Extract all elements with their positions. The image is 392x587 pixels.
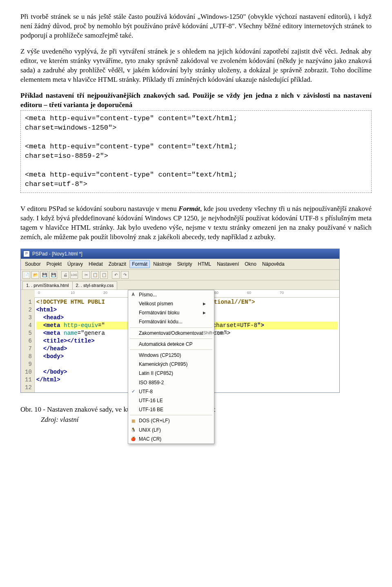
paragraph-2: Z výše uvedeného vyplývá, že při vytváře… <box>20 47 372 85</box>
tb-cut-icon[interactable]: ✂ <box>82 271 90 279</box>
dd-dos[interactable]: ▦DOS (CR+LF) <box>128 416 214 425</box>
code-example-box: <meta http-equiv="content-type" content=… <box>20 110 372 193</box>
submenu-arrow-icon: ▶ <box>203 310 206 315</box>
submenu-arrow-icon: ▶ <box>203 301 206 306</box>
l5c: name <box>64 330 78 336</box>
l5d: ="genera <box>78 330 105 336</box>
dd-velikost[interactable]: Velikost písmen▶ <box>128 299 214 308</box>
dd-autodetect[interactable]: Automatická detekce CP <box>128 340 214 349</box>
l6d: title <box>74 338 91 344</box>
menu-separator <box>130 338 212 339</box>
tb-redo-icon[interactable]: ↷ <box>121 271 129 279</box>
dd-cp895[interactable]: Kamenických (CP895) <box>128 360 214 369</box>
l10a: </ <box>43 369 50 375</box>
window-titlebar: P PSPad - [Novy1.html *] <box>21 249 339 259</box>
l6c: ></ <box>64 338 74 344</box>
dd-utf16be[interactable]: UTF-16 BE <box>128 405 214 414</box>
tb-print-icon[interactable]: 🖨 <box>61 271 69 279</box>
tb-new-icon[interactable]: 📄 <box>22 271 30 279</box>
para3-a: V editoru PSPad se kódování souboru nast… <box>20 205 178 213</box>
l4b: meta <box>47 322 64 329</box>
menu-bar: Soubor Projekt Úpravy Hledat Zobrazit Fo… <box>21 259 339 270</box>
menu-html[interactable]: HTML <box>196 260 214 268</box>
menu-hledat[interactable]: Hledat <box>86 260 105 268</box>
code-block-1: <meta http-equiv="content-type" content=… <box>25 114 237 132</box>
menu-skripty[interactable]: Skripty <box>175 260 195 268</box>
toolbar-1: 📄 📂 💾 💾 🖨 LOG ✂ 📋 📋 ↶ ↷ <box>21 270 339 280</box>
menu-okno[interactable]: Okno <box>242 260 259 268</box>
dd-utf16le[interactable]: UTF-16 LE <box>128 396 214 405</box>
menu-format[interactable]: Formát <box>129 260 150 268</box>
file-tab-2[interactable]: 2. . styl-stranky.css <box>72 281 118 289</box>
tb-paste-icon[interactable]: 📋 <box>100 271 108 279</box>
l4a: < <box>43 322 47 329</box>
menu-upravy[interactable]: Úpravy <box>65 260 85 268</box>
l8b: body <box>47 353 60 360</box>
format-dropdown-menu: APísmo... Velikost písmen▶ Formátování b… <box>128 290 214 444</box>
l8c: > <box>60 353 64 360</box>
l6e: > <box>91 338 94 344</box>
tb-log-icon[interactable]: LOG <box>70 271 78 279</box>
menu-separator <box>130 415 212 415</box>
font-icon: A <box>130 292 136 298</box>
l6a: < <box>43 338 47 344</box>
example-heading: Příklad nastavení tří nejpoužívanějších … <box>20 91 372 110</box>
l11c: > <box>57 376 60 383</box>
tb-copy-icon[interactable]: 📋 <box>91 271 99 279</box>
l8a: < <box>43 353 47 360</box>
l1a: <!DOCTYPE HTML PUBLI <box>36 299 105 305</box>
l4d: =" <box>98 322 105 329</box>
menu-soubor[interactable]: Soubor <box>22 260 43 268</box>
tb-saveall-icon[interactable]: 💾 <box>49 271 57 279</box>
l4f: "> <box>257 322 264 329</box>
l10b: body <box>50 369 64 375</box>
dd-utf8[interactable]: UTF-8 <box>128 387 214 396</box>
l3a: < <box>43 314 47 321</box>
code-block-3: <meta http-equiv="content-type" content=… <box>25 171 237 188</box>
l7b: head <box>50 345 64 352</box>
paragraph-3: V editoru PSPad se kódování souboru nast… <box>20 204 372 242</box>
mac-icon: 🍎 <box>130 436 136 442</box>
l11b: html <box>43 376 57 383</box>
file-tabs: 1. . prvníStranka.html 2. . styl-stranky… <box>21 280 339 290</box>
l6b: title <box>47 338 64 344</box>
menu-nastroje[interactable]: Nástroje <box>151 260 174 268</box>
l2b: html <box>40 307 53 313</box>
tb-open-icon[interactable]: 📂 <box>31 271 39 279</box>
line-gutter: 123456789101112 <box>21 298 35 392</box>
dd-iso8859[interactable]: ISO 8859-2 <box>128 378 214 387</box>
l7a: </ <box>43 345 50 352</box>
para3-b-format: Formát <box>178 205 200 213</box>
pspad-editor-screenshot: P PSPad - [Novy1.html *] Soubor Projekt … <box>20 249 340 393</box>
l3b: head <box>47 314 60 321</box>
l2c: > <box>53 307 57 313</box>
dd-mac[interactable]: 🍎MAC (CR) <box>128 435 214 444</box>
tb-save-icon[interactable]: 💾 <box>40 271 48 279</box>
window-title: PSPad - [Novy1.html *] <box>32 251 82 257</box>
l4c: http-equiv <box>64 322 98 329</box>
l3c: > <box>60 314 64 321</box>
l7c: > <box>64 345 67 352</box>
dd-unix[interactable]: 🐧UNIX (LF) <box>128 426 214 435</box>
dd-cp852[interactable]: Latin II (CP852) <box>128 369 214 378</box>
menu-projekt[interactable]: Projekt <box>44 260 64 268</box>
dd-formatbloku[interactable]: Formátování bloku▶ <box>128 308 214 317</box>
tb-undo-icon[interactable]: ↶ <box>112 271 120 279</box>
menu-zobrazit[interactable]: Zobrazit <box>106 260 129 268</box>
menu-nastaveni[interactable]: Nastavení <box>214 260 241 268</box>
l10c: > <box>64 369 67 375</box>
code-block-2: <meta http-equiv="content-type" content=… <box>25 143 237 160</box>
l5a: < <box>43 330 47 336</box>
unix-icon: 🐧 <box>130 427 136 433</box>
file-tab-1[interactable]: 1. . prvníStranka.html <box>22 281 73 289</box>
dd-pismo[interactable]: APísmo... <box>128 290 214 299</box>
app-icon: P <box>23 251 30 257</box>
dos-icon: ▦ <box>130 418 136 423</box>
paragraph-1: Při tvorbě stránek se u nás ještě stále … <box>20 12 372 40</box>
l2a: < <box>36 307 40 313</box>
dd-comment[interactable]: Zakomentovat/OdkomentovatShift+Ctrl+A <box>128 329 214 338</box>
dd-formatkodu[interactable]: Formátování kódu... <box>128 317 214 326</box>
dd-cp1250[interactable]: Windows (CP1250) <box>128 351 214 360</box>
menu-napoveda[interactable]: Nápověda <box>260 260 287 268</box>
menu-separator <box>130 350 212 350</box>
